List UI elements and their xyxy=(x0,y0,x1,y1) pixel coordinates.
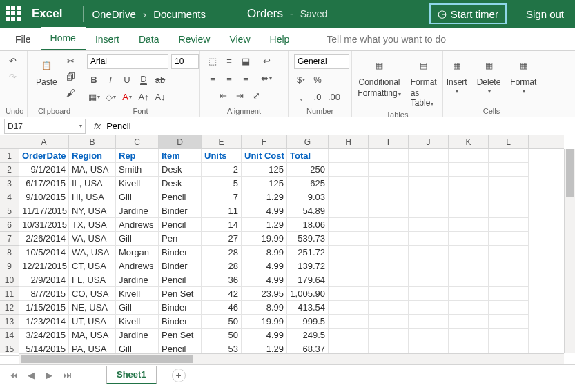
row-header[interactable]: 10 xyxy=(0,273,19,287)
bold-icon[interactable]: B xyxy=(87,72,101,86)
row-header[interactable]: 7 xyxy=(0,232,19,246)
row-header[interactable]: 15 xyxy=(0,342,19,356)
cells-area[interactable]: OrderDateRegionRepItemUnitsUnit CostTota… xyxy=(19,149,564,353)
vertical-scrollbar[interactable] xyxy=(564,149,575,353)
orientation-icon[interactable]: ⤢ xyxy=(249,88,263,102)
cell[interactable]: Gill xyxy=(116,301,159,315)
cell[interactable]: Total xyxy=(287,149,329,163)
row-header[interactable]: 8 xyxy=(0,246,19,259)
sheet-nav-prev-icon[interactable]: ◀ xyxy=(25,369,37,382)
cell[interactable]: 1.29 xyxy=(242,190,287,204)
cell[interactable] xyxy=(489,259,529,273)
cell[interactable]: UT, USA xyxy=(69,315,116,329)
app-launcher-icon[interactable] xyxy=(6,6,22,22)
col-header-K[interactable]: K xyxy=(449,135,489,148)
cell[interactable] xyxy=(329,315,369,329)
cell[interactable] xyxy=(449,329,489,342)
format-painter-icon[interactable]: 🖌 xyxy=(64,86,78,99)
underline-icon[interactable]: U xyxy=(120,72,134,86)
app-name[interactable]: Excel xyxy=(32,7,62,21)
cell[interactable] xyxy=(409,163,449,177)
cell[interactable] xyxy=(369,218,409,232)
cell[interactable] xyxy=(409,301,449,315)
sign-out-link[interactable]: Sign out xyxy=(526,8,564,20)
cell[interactable] xyxy=(489,149,529,163)
column-headers[interactable]: ABCDEFGHIJKL xyxy=(19,135,564,149)
cell[interactable]: 1,005.90 xyxy=(287,287,329,301)
cell[interactable] xyxy=(369,246,409,259)
cell[interactable]: 8.99 xyxy=(242,246,287,259)
cell[interactable]: Pencil xyxy=(159,273,202,287)
cell[interactable]: HI, USA xyxy=(69,190,116,204)
row-header[interactable]: 2 xyxy=(0,163,19,177)
start-timer-button[interactable]: ◷ Start timer xyxy=(429,3,507,24)
breadcrumb-documents[interactable]: Documents xyxy=(153,8,206,20)
cell[interactable]: FL, USA xyxy=(69,273,116,287)
row-header[interactable]: 4 xyxy=(0,190,19,204)
decrease-indent-icon[interactable]: ⇤ xyxy=(216,88,230,102)
cell[interactable]: IL, USA xyxy=(69,177,116,190)
format-as-table-button[interactable]: ▤ Format as Table▾ xyxy=(408,54,440,109)
cell[interactable]: Jardine xyxy=(116,204,159,218)
cell[interactable]: Units xyxy=(202,149,242,163)
cell[interactable] xyxy=(369,163,409,177)
copy-icon[interactable]: 🗐 xyxy=(64,70,78,84)
cell[interactable]: Pencil xyxy=(159,218,202,232)
cell[interactable] xyxy=(449,246,489,259)
formula-input[interactable] xyxy=(106,119,575,134)
row-header[interactable]: 3 xyxy=(0,177,19,190)
cell[interactable]: 4.99 xyxy=(242,259,287,273)
cell[interactable]: 4.99 xyxy=(242,329,287,342)
cell[interactable]: 28 xyxy=(202,259,242,273)
cell[interactable]: 54.89 xyxy=(287,204,329,218)
cell[interactable]: 2/26/2014 xyxy=(19,232,69,246)
cell[interactable]: VA, USA xyxy=(69,232,116,246)
cell[interactable]: Binder xyxy=(159,301,202,315)
cell[interactable]: Andrews xyxy=(116,259,159,273)
number-format-select[interactable] xyxy=(294,54,349,69)
border-icon[interactable]: ▦▾ xyxy=(87,90,101,104)
cell[interactable] xyxy=(369,259,409,273)
cell[interactable]: 36 xyxy=(202,273,242,287)
cell[interactable]: 125 xyxy=(242,177,287,190)
cell[interactable] xyxy=(449,163,489,177)
double-underline-icon[interactable]: D xyxy=(137,72,150,86)
cell[interactable]: Pen Set xyxy=(159,287,202,301)
cell[interactable] xyxy=(449,218,489,232)
scroll-thumb[interactable] xyxy=(566,149,574,197)
select-all-corner[interactable] xyxy=(0,135,19,149)
cell[interactable]: 46 xyxy=(202,301,242,315)
cell[interactable]: 539.73 xyxy=(287,232,329,246)
cell[interactable] xyxy=(369,329,409,342)
col-header-E[interactable]: E xyxy=(202,135,242,148)
cell[interactable]: 50 xyxy=(202,315,242,329)
cell[interactable]: 4.99 xyxy=(242,273,287,287)
comma-icon[interactable]: , xyxy=(294,90,308,104)
cell[interactable]: 1.29 xyxy=(242,218,287,232)
cell[interactable]: Gill xyxy=(116,190,159,204)
increase-indent-icon[interactable]: ⇥ xyxy=(233,88,246,102)
cell[interactable]: MA, USA xyxy=(69,163,116,177)
cell[interactable]: 179.64 xyxy=(287,273,329,287)
font-name-select[interactable] xyxy=(87,54,168,69)
undo-icon[interactable]: ↶ xyxy=(6,54,19,68)
cell[interactable]: 8/7/2015 xyxy=(19,287,69,301)
cell[interactable]: NE, USA xyxy=(69,301,116,315)
cell[interactable] xyxy=(329,246,369,259)
cell[interactable]: NY, USA xyxy=(69,204,116,218)
cell[interactable]: Item xyxy=(159,149,202,163)
tab-review[interactable]: Review xyxy=(169,28,220,50)
cell[interactable]: Morgan xyxy=(116,246,159,259)
cell[interactable] xyxy=(329,232,369,246)
col-header-C[interactable]: C xyxy=(116,135,159,148)
cell[interactable]: 125 xyxy=(242,163,287,177)
grow-font-icon[interactable]: A↑ xyxy=(137,90,150,104)
cell[interactable]: Binder xyxy=(159,204,202,218)
cell[interactable]: 625 xyxy=(287,177,329,190)
cell[interactable]: Binder xyxy=(159,246,202,259)
cell[interactable] xyxy=(489,190,529,204)
tab-home[interactable]: Home xyxy=(41,27,86,50)
scroll-thumb[interactable] xyxy=(21,355,193,363)
cell[interactable]: 50 xyxy=(202,329,242,342)
decrease-decimal-icon[interactable]: .00 xyxy=(327,90,341,104)
